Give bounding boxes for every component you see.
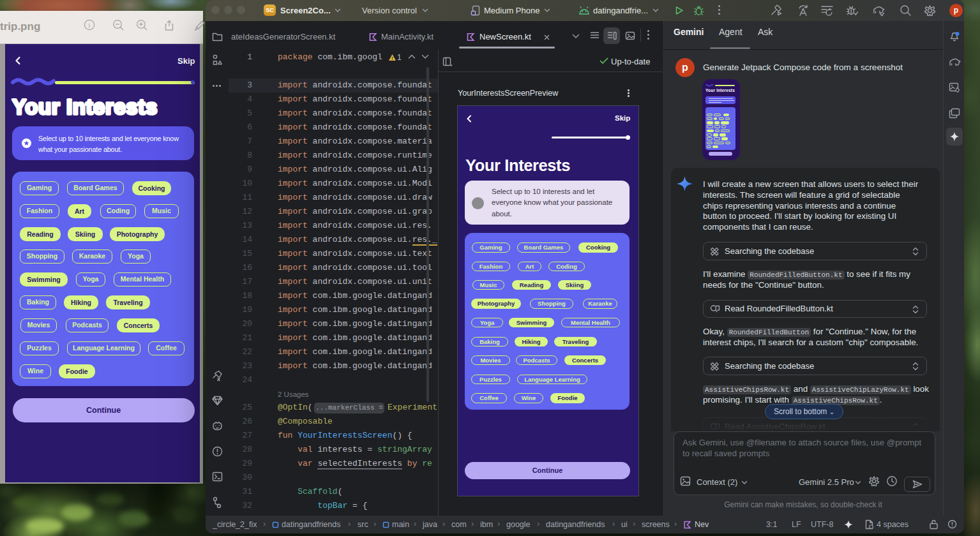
svg-text:!: !: [391, 56, 394, 61]
svg-text:i: i: [89, 22, 91, 29]
svg-text:Your Interests: Your Interests: [12, 95, 158, 119]
